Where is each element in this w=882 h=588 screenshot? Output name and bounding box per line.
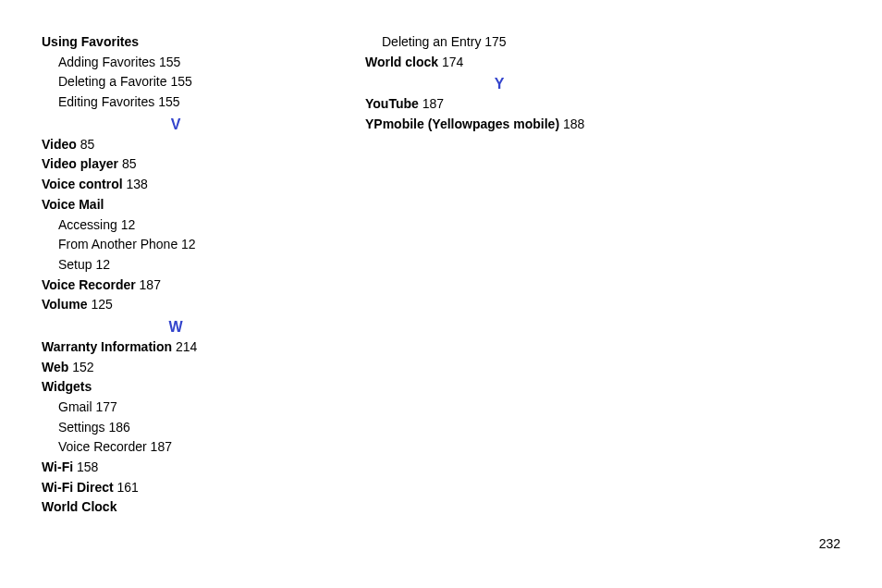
term-using-favorites: Using Favorites bbox=[42, 34, 139, 49]
sub-label: Deleting a Favorite bbox=[58, 74, 167, 89]
page-voice-recorder: 187 bbox=[140, 277, 161, 292]
sub-page: 12 bbox=[181, 237, 196, 251]
entry-voice-recorder: Voice Recorder 187 bbox=[42, 276, 310, 296]
subentry-deleting-entry: Deleting an Entry 175 bbox=[365, 32, 633, 53]
page-ypmobile: 188 bbox=[563, 116, 584, 131]
entry-wifi-direct: Wi-Fi Direct 161 bbox=[42, 478, 310, 498]
page-wifi-direct: 161 bbox=[117, 480, 139, 495]
sub-page: 155 bbox=[170, 74, 191, 89]
subentry-adding-favorites: Adding Favorites 155 bbox=[42, 53, 310, 73]
page-video-player: 85 bbox=[122, 156, 137, 171]
term-video: Video bbox=[42, 137, 77, 152]
entry-web: Web 152 bbox=[42, 358, 310, 378]
section-letter-v: V bbox=[42, 113, 310, 135]
entry-world-clock-lower: World clock 174 bbox=[365, 53, 633, 73]
sub-page: 155 bbox=[158, 94, 179, 109]
entry-world-clock: World Clock bbox=[42, 497, 310, 518]
page-warranty: 214 bbox=[176, 339, 197, 354]
sub-page: 12 bbox=[95, 257, 110, 272]
term-web: Web bbox=[42, 360, 68, 374]
column-left: Using Favorites Adding Favorites 155 Del… bbox=[42, 32, 310, 518]
sub-label: Adding Favorites bbox=[58, 55, 155, 69]
term-youtube: YouTube bbox=[365, 96, 419, 111]
subentry-setup: Setup 12 bbox=[42, 255, 310, 276]
term-voice-recorder: Voice Recorder bbox=[42, 277, 136, 292]
subentry-settings: Settings 186 bbox=[42, 418, 310, 438]
subentry-deleting-favorite: Deleting a Favorite 155 bbox=[42, 72, 310, 92]
term-voice-mail: Voice Mail bbox=[42, 197, 104, 212]
entry-video-player: Video player 85 bbox=[42, 154, 310, 175]
subentry-accessing: Accessing 12 bbox=[42, 215, 310, 236]
entry-warranty: Warranty Information 214 bbox=[42, 337, 310, 358]
entry-ypmobile: YPmobile (Yellowpages mobile) 188 bbox=[365, 115, 633, 135]
term-widgets: Widgets bbox=[42, 379, 92, 394]
term-video-player: Video player bbox=[42, 156, 118, 171]
entry-widgets: Widgets bbox=[42, 377, 310, 398]
sub-label: From Another Phone bbox=[58, 237, 178, 251]
term-voice-control: Voice control bbox=[42, 177, 123, 191]
page-voice-control: 138 bbox=[127, 177, 148, 191]
entry-youtube: YouTube 187 bbox=[365, 94, 633, 115]
column-right: Deleting an Entry 175 World clock 174 Y … bbox=[365, 32, 633, 518]
page-web: 152 bbox=[72, 360, 93, 374]
sub-label: Deleting an Entry bbox=[382, 34, 481, 49]
entry-using-favorites: Using Favorites bbox=[42, 32, 310, 53]
entry-video: Video 85 bbox=[42, 135, 310, 155]
entry-volume: Volume 125 bbox=[42, 295, 310, 315]
term-wifi-direct: Wi-Fi Direct bbox=[42, 480, 114, 495]
term-volume: Volume bbox=[42, 297, 88, 312]
sub-page: 187 bbox=[151, 439, 172, 454]
subentry-from-another-phone: From Another Phone 12 bbox=[42, 235, 310, 255]
page-world-clock-lower: 174 bbox=[442, 55, 463, 69]
sub-label: Settings bbox=[58, 420, 105, 435]
page-number: 232 bbox=[819, 536, 840, 551]
sub-label: Voice Recorder bbox=[58, 439, 147, 454]
term-world-clock: World Clock bbox=[42, 499, 116, 514]
subentry-editing-favorites: Editing Favorites 155 bbox=[42, 92, 310, 113]
index-columns: Using Favorites Adding Favorites 155 Del… bbox=[42, 32, 840, 518]
sub-page: 177 bbox=[95, 399, 116, 414]
entry-wifi: Wi-Fi 158 bbox=[42, 458, 310, 478]
sub-label: Accessing bbox=[58, 217, 117, 232]
sub-label: Gmail bbox=[58, 399, 92, 414]
sub-page: 12 bbox=[121, 217, 136, 232]
sub-page: 175 bbox=[484, 34, 506, 49]
page-wifi: 158 bbox=[77, 459, 98, 474]
sub-label: Setup bbox=[58, 257, 92, 272]
subentry-voice-recorder-widget: Voice Recorder 187 bbox=[42, 437, 310, 458]
subentry-gmail: Gmail 177 bbox=[42, 398, 310, 418]
term-world-clock-lower: World clock bbox=[365, 55, 438, 69]
page-video: 85 bbox=[80, 137, 95, 152]
sub-page: 155 bbox=[159, 55, 180, 69]
sub-label: Editing Favorites bbox=[58, 94, 154, 109]
entry-voice-mail: Voice Mail bbox=[42, 195, 310, 215]
section-letter-w: W bbox=[42, 315, 310, 337]
entry-voice-control: Voice control 138 bbox=[42, 175, 310, 195]
term-ypmobile: YPmobile (Yellowpages mobile) bbox=[365, 116, 559, 131]
sub-page: 186 bbox=[108, 420, 129, 435]
page-youtube: 187 bbox=[423, 96, 444, 111]
term-warranty: Warranty Information bbox=[42, 339, 172, 354]
section-letter-y: Y bbox=[365, 72, 633, 94]
page-volume: 125 bbox=[91, 297, 112, 312]
term-wifi: Wi-Fi bbox=[42, 459, 73, 474]
